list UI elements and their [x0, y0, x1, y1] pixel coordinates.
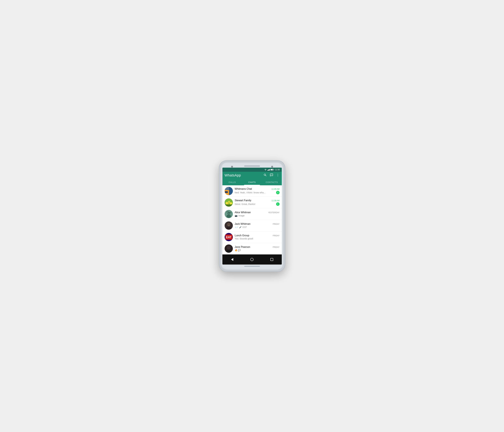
- svg-point-15: [226, 215, 231, 218]
- nav-back-button[interactable]: [229, 257, 235, 262]
- chat-item-alice-whitman[interactable]: Alice Whitman YESTERDAY 📷 Image: [222, 208, 282, 220]
- svg-point-24: [227, 246, 231, 250]
- chat-content-jack-whitman: Jack Whitman FRIDAY ✓✓ 🎤 0:07: [235, 223, 279, 228]
- home-icon: [250, 258, 253, 261]
- chat-content-stewart-family: Stewart Family 11:39 AM Steve: Great, th…: [235, 199, 279, 206]
- avatar-lunch-group: EAT: [225, 233, 233, 241]
- chat-preview-alice: 📷 Image: [235, 214, 279, 217]
- status-icons: [264, 169, 274, 171]
- svg-point-2: [278, 176, 278, 176]
- chat-content-alice-whitman: Alice Whitman YESTERDAY 📷 Image: [235, 211, 279, 217]
- svg-rect-19: [228, 225, 229, 226]
- chat-preview-jane: 🔥 💬: [235, 249, 279, 252]
- wifi-icon: [264, 169, 267, 171]
- more-options-icon[interactable]: [276, 173, 279, 178]
- svg-rect-12: [225, 204, 233, 207]
- chat-name-jack: Jack Whitman: [235, 223, 251, 225]
- unread-badge-stewart: 1: [276, 202, 279, 206]
- svg-rect-5: [229, 187, 233, 195]
- chat-time-lunch: FRIDAY: [273, 234, 279, 237]
- unread-badge-whitmans: 3: [276, 191, 279, 194]
- status-bar: 11:50: [222, 168, 282, 172]
- phone-bottom-hardware: [222, 265, 282, 268]
- avatar-stewart-family: [225, 198, 233, 207]
- svg-point-1: [278, 175, 278, 175]
- chat-name-whitmans: Whitmans Chat: [235, 188, 252, 190]
- header-actions: [263, 173, 279, 178]
- mic-icon: 🎤: [239, 226, 242, 228]
- svg-point-18: [226, 226, 231, 230]
- status-time: 11:50: [275, 169, 280, 171]
- new-chat-icon[interactable]: [270, 173, 273, 178]
- svg-point-9: [228, 201, 230, 203]
- recent-icon: [270, 258, 273, 261]
- chat-time-stewart: 11:39 AM: [271, 199, 279, 202]
- svg-rect-6: [225, 191, 228, 193]
- chat-time-jack: FRIDAY: [273, 223, 279, 225]
- tab-contacts[interactable]: CONTACTS: [262, 179, 282, 185]
- app-title: WhatsApp: [225, 173, 241, 177]
- chat-item-whitmans-chat[interactable]: Whitmans Chat 11:45 AM Ned: Yeah, I thin…: [222, 185, 282, 197]
- avatar-whitmans-chat: [225, 187, 233, 195]
- avatar-jane-pearson: [225, 244, 233, 253]
- android-nav-bar: [222, 254, 282, 265]
- chat-item-jane-pearson[interactable]: Jane Pearson FRIDAY 🔥 💬: [222, 243, 282, 254]
- svg-point-0: [278, 174, 278, 174]
- front-camera: [231, 166, 233, 168]
- phone-inner: 11:50 WhatsApp: [221, 162, 283, 270]
- chat-name-alice: Alice Whitman: [235, 211, 251, 214]
- chat-name-stewart: Stewart Family: [235, 199, 252, 202]
- app-header: WhatsApp: [222, 172, 282, 179]
- chat-time-alice: YESTERDAY: [268, 212, 279, 214]
- earpiece-speaker: [244, 165, 260, 167]
- double-check-icon: ✓✓: [235, 226, 238, 228]
- chat-item-stewart-family[interactable]: Stewart Family 11:39 AM Steve: Great, th…: [222, 197, 282, 208]
- chat-list: Whitmans Chat 11:45 AM Ned: Yeah, I thin…: [222, 185, 282, 254]
- tabs-bar: CALLS CHATS CONTACTS: [222, 179, 282, 185]
- chat-preview-whitmans: Ned: Yeah, I think I know wha...: [235, 191, 275, 194]
- chat-time-whitmans: 11:45 AM: [271, 188, 279, 190]
- chat-item-lunch-group[interactable]: EAT Lunch Group FRIDAY You: Sounds good!: [222, 231, 282, 243]
- search-icon[interactable]: [263, 173, 267, 178]
- avatar-jack-whitman: [225, 221, 233, 230]
- back-icon: [231, 258, 233, 261]
- svg-text:EAT: EAT: [226, 236, 231, 239]
- battery-icon: [270, 169, 274, 171]
- chat-item-jack-whitman[interactable]: Jack Whitman FRIDAY ✓✓ 🎤 0:07: [222, 220, 282, 231]
- signal-icon: [267, 169, 270, 171]
- chat-content-whitmans-chat: Whitmans Chat 11:45 AM Ned: Yeah, I thin…: [235, 188, 279, 194]
- phone-screen: 11:50 WhatsApp: [222, 168, 282, 265]
- tab-calls[interactable]: CALLS: [222, 179, 242, 185]
- chat-preview-stewart: Steve: Great, thanks!: [235, 203, 275, 205]
- nav-recent-button[interactable]: [269, 257, 275, 262]
- chat-preview-lunch: You: Sounds good!: [235, 237, 279, 240]
- chat-time-jane: FRIDAY: [273, 246, 279, 248]
- svg-point-10: [230, 202, 232, 205]
- bottom-speaker: [244, 266, 260, 267]
- sensor-dot: [271, 166, 273, 168]
- image-icon: 📷: [235, 214, 237, 217]
- avatar-alice-whitman: [225, 210, 233, 218]
- chat-name-jane: Jane Pearson: [235, 246, 250, 248]
- tab-chats[interactable]: CHATS: [242, 179, 262, 185]
- chat-name-lunch: Lunch Group: [235, 234, 249, 237]
- chat-content-jane-pearson: Jane Pearson FRIDAY 🔥 💬: [235, 246, 279, 252]
- phone-device: 11:50 WhatsApp: [219, 160, 285, 272]
- phone-top-hardware: [222, 164, 282, 168]
- chat-preview-jack: ✓✓ 🎤 0:07: [235, 226, 279, 228]
- nav-home-button[interactable]: [249, 257, 255, 262]
- chat-content-lunch-group: Lunch Group FRIDAY You: Sounds good!: [235, 234, 279, 240]
